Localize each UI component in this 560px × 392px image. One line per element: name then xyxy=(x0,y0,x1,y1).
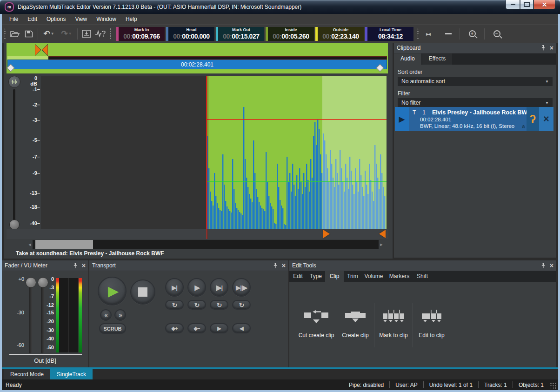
panel-close-icon[interactable]: × xyxy=(550,45,553,51)
edit-tools-tab-trim[interactable]: Trim xyxy=(344,271,361,282)
mark-region-flags[interactable] xyxy=(35,44,48,56)
pin-icon[interactable] xyxy=(541,263,546,268)
resize-grip-icon[interactable] xyxy=(550,383,557,389)
time-display-head[interactable]: Head00:00:00.000 xyxy=(166,27,214,41)
filter-dropdown[interactable]: No filter ▼ xyxy=(398,98,553,107)
close-button[interactable]: ✕ xyxy=(533,0,555,9)
toolbar-grip[interactable] xyxy=(417,28,419,40)
mode-tab-record-mode[interactable]: Record Mode xyxy=(4,369,50,379)
clipboard-tab-audio[interactable]: Audio xyxy=(394,53,421,65)
menu-edit[interactable]: Edit xyxy=(23,14,42,24)
minimize-button[interactable] xyxy=(506,0,520,9)
import-take-button[interactable] xyxy=(80,27,93,40)
panel-close-icon[interactable]: × xyxy=(550,262,553,269)
step-button-3[interactable]: |▶| xyxy=(210,278,228,297)
mark-out-triangle-icon[interactable] xyxy=(379,230,386,238)
edit-tools-tab-shift[interactable]: Shift xyxy=(413,271,432,282)
time-body: Local Time08:34:12 xyxy=(367,27,413,41)
take-duration-bar[interactable]: 00:02:28.401 xyxy=(7,60,387,69)
db-label--3: -3– xyxy=(33,117,40,123)
loop-button-4[interactable]: ↻ xyxy=(232,300,251,310)
panel-close-icon[interactable]: × xyxy=(82,262,86,269)
waveform-display[interactable] xyxy=(41,76,387,229)
marker-strip[interactable] xyxy=(7,229,388,239)
scrollbar-track[interactable] xyxy=(33,240,379,249)
edit-tools-panel: Edit Tools × EditTypeClipTrimVolumeMarke… xyxy=(289,260,556,368)
skip-forward-button[interactable]: » xyxy=(114,309,126,321)
gain-slider-track[interactable] xyxy=(13,89,15,222)
time-display-inside[interactable]: Inside00:00:05.260 xyxy=(266,27,314,41)
save-button[interactable] xyxy=(22,27,36,40)
redo-button[interactable]: ↷▼ xyxy=(58,27,75,40)
zoom-in-button[interactable]: + xyxy=(462,27,482,40)
overview-strip[interactable]: 00:02:28.401 xyxy=(7,43,388,73)
fit-selection-button[interactable]: ▸◂ xyxy=(421,27,435,40)
item-info[interactable]: T 1 Elvis Presley - Jailhouse Rock BWF 0… xyxy=(409,107,527,131)
edit-tools-tab-volume[interactable]: Volume xyxy=(361,271,386,282)
open-button[interactable] xyxy=(8,27,22,40)
overview-position-strip[interactable] xyxy=(7,56,387,60)
step-button-1[interactable]: ▶| xyxy=(165,278,184,297)
remove-marker-button[interactable]: ◆− xyxy=(187,323,206,333)
fader-left-knob[interactable] xyxy=(26,277,36,288)
collapse-chevrons-icon[interactable]: » xyxy=(520,125,527,128)
loop-button-2[interactable]: ↻ xyxy=(187,300,206,310)
mark-in-triangle-icon[interactable] xyxy=(323,230,330,238)
menu-view[interactable]: View xyxy=(70,14,92,24)
step-button-4[interactable]: ▶||▶ xyxy=(232,278,251,297)
stop-button[interactable] xyxy=(130,279,155,305)
zoom-out-button[interactable]: − xyxy=(487,27,507,40)
item-remove-button[interactable]: × xyxy=(539,107,553,131)
scroll-right-icon[interactable]: ► xyxy=(379,240,384,249)
sort-order-dropdown[interactable]: No automatic sort ▼ xyxy=(398,77,553,86)
menu-options[interactable]: Options xyxy=(42,14,70,24)
maximize-button[interactable] xyxy=(520,0,533,9)
step-button-2[interactable]: |▶ xyxy=(187,278,206,297)
gain-slider-knob[interactable] xyxy=(9,219,20,230)
skip-back-button[interactable]: « xyxy=(100,309,112,321)
toolbar-grip[interactable] xyxy=(109,28,112,40)
audio-marker-button[interactable] xyxy=(93,27,107,40)
edit-tools-tab-edit[interactable]: Edit xyxy=(289,271,307,282)
mark-to-clip-button[interactable]: Mark to clip xyxy=(375,310,412,339)
horizontal-scrollbar[interactable]: ◄ ► xyxy=(27,240,384,249)
fader-right-track[interactable] xyxy=(41,281,44,353)
time-display-mark-in[interactable]: Mark In00:00:09.766 xyxy=(116,27,165,41)
toolbar-grip[interactable] xyxy=(4,28,6,40)
time-display-local-time[interactable]: Local Time08:34:12 xyxy=(365,27,413,41)
edit-to-clip-button[interactable]: Edit to clip xyxy=(413,310,450,339)
create-clip-button[interactable]: Create clip xyxy=(337,310,374,339)
panel-close-icon[interactable]: × xyxy=(282,262,286,269)
scrollbar-thumb[interactable] xyxy=(35,240,93,249)
add-marker-button[interactable]: ◆+ xyxy=(165,323,184,333)
undo-button[interactable]: ↶▼ xyxy=(40,27,58,40)
edit-tools-tab-markers[interactable]: Markers xyxy=(386,271,413,282)
menu-file[interactable]: File xyxy=(5,14,23,24)
loop-button-3[interactable]: ↻ xyxy=(210,300,228,310)
time-display-outside[interactable]: Outside00:02:23.140 xyxy=(315,27,364,41)
edit-tools-tab-clip[interactable]: Clip xyxy=(325,271,344,282)
item-play-button[interactable]: ▶ xyxy=(395,107,409,131)
next-marker-button[interactable]: ▶ xyxy=(210,323,228,333)
menu-window[interactable]: Window xyxy=(92,14,121,24)
clipboard-item[interactable]: ▶ T 1 Elvis Presley - Jailhouse Rock BWF… xyxy=(395,107,553,131)
item-prelisten-button[interactable]: ʔ xyxy=(527,107,539,131)
fader-left-track[interactable] xyxy=(29,281,32,353)
loop-button-1[interactable]: ↻ xyxy=(165,300,184,310)
tool-label: Edit to clip xyxy=(419,332,444,339)
time-display-mark-out[interactable]: Mark Out00:00:15.027 xyxy=(216,27,264,41)
pin-icon[interactable] xyxy=(541,45,546,51)
scroll-left-icon[interactable]: ◄ xyxy=(27,240,33,249)
pin-icon[interactable] xyxy=(73,263,78,268)
prev-marker-button[interactable]: ◀ xyxy=(232,323,251,333)
zoom-collapse-button[interactable] xyxy=(439,27,458,40)
play-button[interactable]: ▶ xyxy=(98,277,127,306)
mode-tab-singletrack[interactable]: SingleTrack xyxy=(50,369,93,379)
cut-create-clip-button[interactable]: Cut create clip xyxy=(298,310,335,339)
pin-icon[interactable] xyxy=(273,263,278,268)
gain-mode-button[interactable] xyxy=(8,76,20,88)
scrub-button[interactable]: SCRUB xyxy=(99,323,126,334)
menu-help[interactable]: Help xyxy=(121,14,142,24)
edit-tools-tab-type[interactable]: Type xyxy=(307,271,325,282)
clipboard-tab-effects[interactable]: Effects xyxy=(422,53,452,65)
